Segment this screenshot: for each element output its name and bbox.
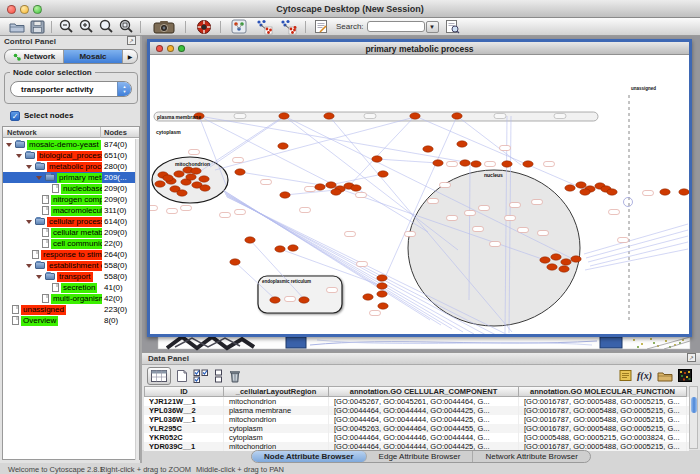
tab-edge-attribute-browser[interactable]: Edge Attribute Browser: [367, 451, 474, 462]
network-node[interactable]: [565, 185, 575, 191]
unselect-attributes-icon[interactable]: [214, 367, 224, 385]
network-canvas[interactable]: plasma membrane cytoplasm mitochondrion …: [150, 55, 689, 334]
network-node[interactable]: [351, 185, 361, 191]
zoom-fit-selected-icon[interactable]: [118, 19, 134, 35]
background-windows[interactable]: [142, 335, 700, 352]
network-node[interactable]: [457, 141, 467, 147]
network-edge[interactable]: [356, 188, 428, 232]
float-panel-icon[interactable]: ↗: [127, 36, 136, 45]
tree-expander-icon[interactable]: [26, 264, 32, 268]
network-node[interactable]: [324, 113, 334, 119]
network-node[interactable]: [278, 143, 288, 149]
network-node[interactable]: [523, 161, 533, 167]
open-file-icon[interactable]: [8, 19, 26, 35]
network-node[interactable]: [230, 259, 240, 265]
tree-expander-icon[interactable]: [36, 275, 42, 279]
tree-row-mosaic-demo-yeast[interactable]: mosaic-demo-yeast874(0): [3, 139, 139, 150]
network-node[interactable]: [660, 189, 670, 195]
network-edge[interactable]: [377, 159, 438, 163]
network-node[interactable]: [580, 189, 590, 195]
network-node[interactable]: [200, 185, 210, 191]
tree-row-nitrogen-compo[interactable]: nitrogen compo209(0): [3, 194, 139, 205]
tree-row-unassigned[interactable]: unassigned223(0): [3, 304, 139, 315]
network-node[interactable]: [377, 291, 387, 297]
tree-row-transport[interactable]: transport558(0): [3, 271, 139, 282]
network-node[interactable]: [410, 113, 420, 119]
float-data-panel-icon[interactable]: ↗: [687, 353, 696, 362]
network-node[interactable]: [331, 189, 341, 195]
tree-expander-icon[interactable]: [36, 176, 42, 180]
network-node[interactable]: [199, 176, 209, 182]
tree-expander-icon[interactable]: [6, 143, 12, 147]
tree-row-nucleobase-[interactable]: nucleobase-209(0): [3, 183, 139, 194]
tab-node-attribute-browser[interactable]: Node Attribute Browser: [252, 451, 367, 462]
network-node[interactable]: [299, 297, 309, 303]
tree-expander-icon[interactable]: [26, 165, 32, 169]
import-attributes-icon[interactable]: [657, 367, 673, 385]
network-node[interactable]: [460, 160, 470, 166]
column-header-3[interactable]: annotation.GO MOLECULAR_FUNCTION: [519, 386, 687, 397]
tree-row-biological-process[interactable]: biological_process651(0): [3, 150, 139, 161]
zoom-in-icon[interactable]: [78, 19, 94, 35]
network-window[interactable]: primary metabolic process plasma membran…: [147, 39, 692, 337]
network-node[interactable]: [174, 171, 184, 177]
network-node[interactable]: [551, 254, 561, 260]
tab-overflow-arrow[interactable]: ▶: [123, 50, 137, 63]
network-node[interactable]: [280, 192, 290, 198]
network-node[interactable]: [559, 266, 569, 272]
network-node[interactable]: [275, 246, 285, 252]
network-node[interactable]: [245, 237, 255, 243]
function-builder-icon[interactable]: f(x): [637, 367, 652, 385]
attribute-file-icon[interactable]: [619, 367, 632, 385]
tree-row-macromolecule[interactable]: macromolecule311(0): [3, 205, 139, 216]
network-edge[interactable]: [586, 230, 688, 258]
network-window-titlebar[interactable]: primary metabolic process: [150, 42, 689, 55]
network-edge[interactable]: [585, 249, 688, 270]
network-node[interactable]: [279, 113, 289, 119]
table-row-YPL036W__1[interactable]: YPL036W__1mitochondrion[GO:0044464, GO:0…: [144, 415, 689, 424]
table-scrollbar[interactable]: [689, 386, 698, 449]
network-edge[interactable]: [457, 116, 521, 165]
attribute-search-icon[interactable]: [445, 19, 460, 35]
network-node[interactable]: [471, 161, 481, 167]
table-scrollbar-thumb[interactable]: [691, 397, 697, 413]
tree-row-secretion[interactable]: secretion41(0): [3, 282, 139, 293]
matrix-view-icon[interactable]: [678, 367, 692, 385]
network-node[interactable]: [372, 156, 382, 162]
network-node[interactable]: [607, 189, 617, 195]
network-node[interactable]: [547, 264, 557, 270]
table-row-YKR052C[interactable]: YKR052Ccytoplasm[GO:0044464, GO:0044446,…: [144, 433, 689, 442]
apply-layout-2-icon[interactable]: [279, 19, 297, 35]
delete-attribute-icon[interactable]: [229, 367, 241, 385]
overview-icon[interactable]: [231, 19, 247, 35]
column-header-1[interactable]: _cellularLayoutRegion: [224, 386, 329, 397]
select-attributes-icon[interactable]: [193, 367, 209, 385]
network-node[interactable]: [561, 259, 571, 265]
tree-row-response-to-stimulu[interactable]: response to stimulu264(0): [3, 249, 139, 260]
tree-expander-icon[interactable]: [26, 220, 32, 224]
tree-row-metabolic-process[interactable]: metabolic process280(0): [3, 161, 139, 172]
network-tree-header[interactable]: Network Nodes: [3, 127, 139, 138]
tree-scrollbar[interactable]: [135, 139, 139, 460]
network-node[interactable]: [155, 181, 165, 187]
tab-network[interactable]: Network: [5, 50, 64, 63]
tab-network-attribute-browser[interactable]: Network Attribute Browser: [473, 451, 589, 462]
network-node[interactable]: [315, 184, 325, 190]
network-edge[interactable]: [590, 242, 688, 266]
help-icon[interactable]: [196, 19, 212, 35]
tree-expander-icon[interactable]: [16, 154, 22, 158]
search-dropdown-button[interactable]: ▼: [426, 21, 439, 33]
snapshot-icon[interactable]: [153, 19, 175, 35]
zoom-out-icon[interactable]: [58, 19, 74, 35]
table-row-YPL036W__2[interactable]: YPL036W__2plasma membrane[GO:0044464, GO…: [144, 406, 689, 415]
network-node[interactable]: [270, 297, 280, 303]
apply-layout-1-icon[interactable]: [255, 19, 273, 35]
tree-row-multi-organism-pro[interactable]: multi-organism pro42(0): [3, 293, 139, 304]
annotation-icon[interactable]: [314, 19, 328, 35]
new-attribute-icon[interactable]: [176, 367, 188, 385]
network-node[interactable]: [177, 190, 187, 196]
search-input[interactable]: [367, 21, 425, 32]
tab-mosaic[interactable]: Mosaic: [64, 50, 123, 63]
network-edge[interactable]: [588, 236, 688, 262]
tree-row-establishment-of-lo[interactable]: establishment of lo558(0): [3, 260, 139, 271]
